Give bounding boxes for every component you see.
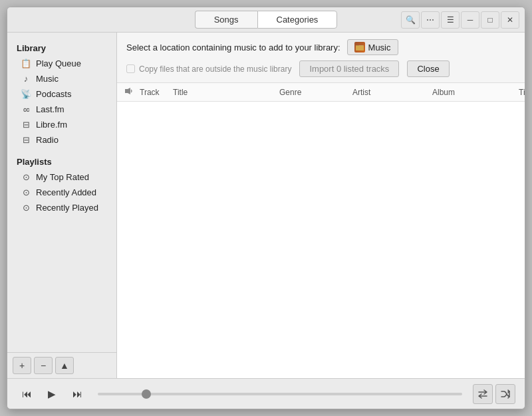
table-body [117,102,525,288]
content-area: Select a location containing music to ad… [117,33,525,378]
prev-button[interactable]: ⏮ [17,384,37,404]
librefm-icon: ⊟ [21,120,31,130]
import-button[interactable]: Import 0 listed tracks [299,60,399,77]
close-import-button[interactable]: Close [407,60,449,77]
hamburger-button[interactable]: ☰ [441,11,460,29]
player-bar: ⏮ ▶ ⏭ [7,378,525,409]
location-button[interactable]: Music [347,39,398,55]
sidebar-content: Library 📋 Play Queue ♪ Music 📡 Podcasts … [7,33,116,352]
sidebar-item-my-top-rated-label: My Top Rated [36,172,89,182]
sidebar-item-librefm[interactable]: ⊟ Libre.fm [7,117,116,132]
player-right-buttons [473,384,515,404]
play-button[interactable]: ▶ [42,384,62,404]
my-top-rated-icon: ⊙ [21,172,31,182]
track-table: Track Title Genre Artist Album Ti [117,83,525,378]
sidebar-item-recently-played[interactable]: ⊙ Recently Played [7,200,116,215]
sidebar-item-recently-added[interactable]: ⊙ Recently Added [7,185,116,200]
tab-categories[interactable]: Categories [257,11,338,29]
sidebar-item-play-queue[interactable]: 📋 Play Queue [7,56,116,71]
minimize-button[interactable]: ─ [461,11,479,29]
sidebar-item-my-top-rated[interactable]: ⊙ My Top Rated [7,169,116,185]
import-row2: Copy files that are outside the music li… [126,60,515,77]
copy-files-text: Copy files that are outside the music li… [139,64,291,74]
sidebar-item-play-queue-label: Play Queue [36,58,81,68]
browse-button[interactable]: ▲ [55,357,74,374]
main-area: Library 📋 Play Queue ♪ Music 📡 Podcasts … [7,33,525,378]
titlebar-tabs: Songs Categories [195,11,338,29]
sidebar-item-lastfm-label: Last.fm [36,104,65,114]
progress-thumb[interactable] [142,389,151,399]
tab-songs[interactable]: Songs [195,11,257,29]
table-header: Track Title Genre Artist Album Ti [117,83,525,102]
sidebar-item-podcasts-label: Podcasts [36,89,71,99]
maximize-button[interactable]: □ [481,11,499,29]
col-time-header: Ti [519,88,525,97]
music-icon: ♪ [21,74,31,84]
import-bar: Select a location containing music to ad… [117,33,525,83]
sidebar-item-recently-played-label: Recently Played [36,203,98,213]
sidebar-item-librefm-label: Libre.fm [36,120,67,130]
progress-slider[interactable] [98,393,462,395]
sidebar-item-music[interactable]: ♪ Music [7,71,116,86]
location-name: Music [368,43,391,52]
copy-files-checkbox[interactable] [126,64,135,73]
svg-rect-2 [356,46,364,51]
col-title-header: Title [173,88,279,97]
repeat-button[interactable] [473,384,493,404]
podcasts-icon: 📡 [21,89,31,99]
sidebar-item-recently-added-label: Recently Added [36,187,96,197]
titlebar-controls: 🔍 ⋯ ☰ ─ □ ✕ [401,11,519,29]
sidebar-item-podcasts[interactable]: 📡 Podcasts [7,86,116,102]
sidebar-item-radio[interactable]: ⊟ Radio [7,132,116,148]
col-genre-header: Genre [279,88,352,97]
main-window: Songs Categories 🔍 ⋯ ☰ ─ □ ✕ Library 📋 P… [7,7,525,409]
folder-icon [354,42,365,52]
col-album-header: Album [432,88,519,97]
sidebar: Library 📋 Play Queue ♪ Music 📡 Podcasts … [7,33,117,378]
library-section-header: Library [7,39,116,56]
sidebar-item-music-label: Music [36,74,59,84]
recently-added-icon: ⊙ [21,187,31,197]
sidebar-bottom: + − ▲ [7,352,116,378]
col-track-header: Track [140,88,173,97]
next-button[interactable]: ⏭ [67,384,87,404]
close-button[interactable]: ✕ [501,11,519,29]
copy-files-checkbox-label[interactable]: Copy files that are outside the music li… [126,64,291,74]
col-artist-header: Artist [352,88,432,97]
shuffle-button[interactable] [495,384,515,404]
search-button[interactable]: 🔍 [401,11,420,29]
location-label: Select a location containing music to ad… [126,43,340,52]
svg-marker-3 [125,88,130,94]
add-playlist-button[interactable]: + [13,357,31,374]
remove-playlist-button[interactable]: − [34,357,53,374]
titlebar: Songs Categories 🔍 ⋯ ☰ ─ □ ✕ [7,7,525,33]
lastfm-icon: ㏄ [21,104,31,114]
menu-dots-button[interactable]: ⋯ [421,11,440,29]
radio-icon: ⊟ [21,135,31,145]
recently-played-icon: ⊙ [21,203,31,213]
sidebar-item-lastfm[interactable]: ㏄ Last.fm [7,102,116,117]
sidebar-item-radio-label: Radio [36,135,59,145]
import-row1: Select a location containing music to ad… [126,39,515,55]
col-speaker-icon [124,86,140,98]
playlists-section-header: Playlists [7,153,116,169]
play-queue-icon: 📋 [21,58,31,68]
